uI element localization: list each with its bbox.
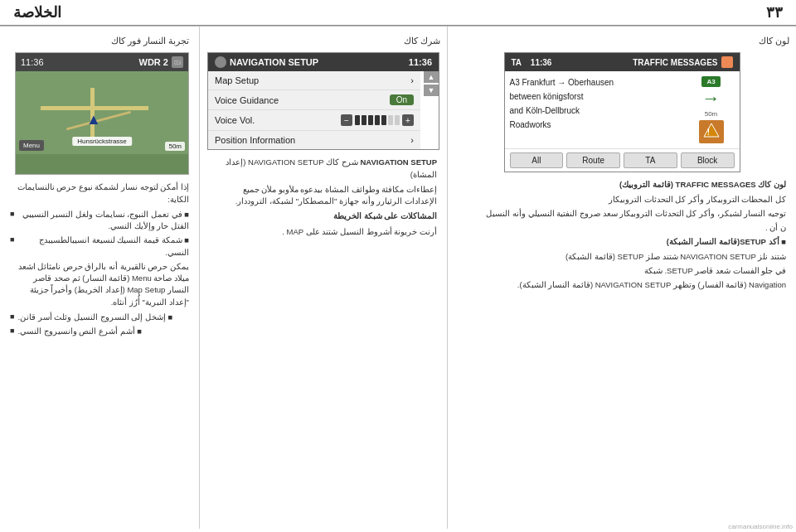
right-text-line-4: ن أن . — [458, 222, 786, 234]
nav-setup-label-posinfo: Position Information — [215, 135, 295, 145]
nav-setup-row-posinfo[interactable]: Position Information › — [208, 131, 420, 149]
page-header: ٣٣ الخلاصة — [0, 0, 796, 26]
bullet-symbol-2: ■ — [10, 235, 14, 259]
traffic-header-left: ! TRAFFIC MESSAGES — [633, 56, 732, 68]
road-distance: 50m — [705, 110, 718, 118]
nav-setup-arrow-mapsetup: › — [410, 75, 414, 85]
traffic-title: TRAFFIC MESSAGES — [633, 58, 717, 67]
col-mid: شرك كاك NAVIGATION SETUP 11:36 Map Setup… — [199, 27, 448, 529]
road-sign-orange: ! — [699, 120, 724, 143]
setup-icon — [215, 56, 226, 68]
svg-text:!: ! — [723, 59, 724, 66]
page-title: الخلاصة — [13, 3, 61, 22]
nav-top-bar-left: WDR 2 — [139, 56, 183, 68]
right-text-line-2: كل المحطات التروبيكار وأكر كل التحدثات ا… — [458, 194, 786, 206]
traffic-info-line-1: A3 Frankfurt → Oberhausen — [510, 76, 683, 89]
traffic-ta-btn[interactable]: TA — [624, 152, 677, 168]
vol-bar-2 — [362, 115, 366, 125]
traffic-road-image: A3 → 50m ! — [688, 76, 735, 143]
nav-setup-label-voicevol: Voice Vol. — [215, 115, 255, 125]
traffic-block-btn[interactable]: Block — [681, 152, 735, 168]
vol-bar-4 — [375, 115, 380, 125]
bullet-symbol-4: ■ — [10, 326, 14, 337]
vol-bar-7 — [395, 115, 400, 125]
traffic-info-line-4: Roadworks — [510, 118, 683, 131]
mid-section-title: شرك كاك — [206, 35, 440, 47]
left-bullet-4: ■ ■ أشم أشرع النص وانسيروج النسي. — [10, 326, 189, 337]
col-left: تجربة النسار فور كاك WDR 2 11:36 ▲ Menu … — [0, 27, 199, 529]
traffic-info: A3 Frankfurt → Oberhausen between königs… — [510, 76, 683, 143]
nav-setup-screen: NAVIGATION SETUP 11:36 Map Setup › Voice… — [207, 52, 439, 150]
scroll-up-btn[interactable]: ▲ — [424, 71, 439, 83]
traffic-all-btn[interactable]: All — [510, 152, 564, 168]
nav-setup-row-mapsetup[interactable]: Map Setup › — [208, 71, 420, 90]
nav-setup-header-left: NAVIGATION SETUP — [215, 56, 318, 68]
nav-street-name: Hunsrückstrasse — [72, 137, 132, 146]
left-section-title: تجربة النسار فور كاك — [10, 35, 189, 47]
road-arrow-icon: → — [702, 89, 721, 108]
left-text-line-1: إذا أمكن لتوجه نسار لشمكة نبوع حرص نالنس… — [10, 181, 189, 206]
road-sign-green: A3 — [701, 76, 720, 87]
mid-text-line-1: NAVIGATION SETUP شرح كاك NAVIGATION SETU… — [210, 157, 437, 181]
left-bullet-text-1: ■ في تعمل النبوج، نسايمات ولغل النسبر ال… — [17, 209, 189, 233]
traffic-info-line-3: and Köln-Dellbruck — [510, 104, 683, 117]
col-right: لون كاك ! TRAFFIC MESSAGES TA 11:36 — [448, 27, 796, 529]
right-text-block: لون كاك TRAFFIC MESSAGES (قائمة التروبيك… — [454, 179, 789, 291]
svg-point-1 — [175, 62, 177, 64]
svg-text:!: ! — [706, 128, 709, 137]
vol-plus-btn[interactable]: + — [402, 114, 414, 126]
right-text-line-7: في جلو الفسات شعد قاصر SETUP. شبكة — [458, 265, 786, 277]
nav-setup-on-badge: On — [390, 94, 414, 105]
nav-radio-icon — [172, 56, 183, 68]
mid-text-line-2: إعطاءات مكافئة وطوائف المشاة بيدعوه ملأو… — [210, 184, 437, 208]
mid-text-block: NAVIGATION SETUP شرح كاك NAVIGATION SETU… — [206, 157, 440, 238]
main-content: تجربة النسار فور كاك WDR 2 11:36 ▲ Menu … — [0, 27, 796, 529]
vol-minus-btn[interactable]: − — [341, 114, 352, 126]
nav-setup-title: NAVIGATION SETUP — [230, 57, 318, 67]
nav-setup-rows: Map Setup › Voice Guidance On Voice Vol.… — [208, 71, 420, 149]
svg-rect-2 — [177, 61, 180, 62]
nav-setup-rows-wrap: Map Setup › Voice Guidance On Voice Vol.… — [208, 71, 439, 149]
traffic-screen: ! TRAFFIC MESSAGES TA 11:36 A3 → 50m — [504, 52, 740, 172]
traffic-icon: ! — [721, 56, 733, 68]
right-text-line-8: Navigation (قائمة الفسار) وتظهر NAVIGATI… — [458, 279, 786, 291]
nav-station: WDR 2 — [139, 57, 168, 67]
traffic-header: ! TRAFFIC MESSAGES TA 11:36 — [505, 53, 740, 71]
mid-text-line-4: أرنت خريونة أشروط النسيل شتند على MAP . — [210, 226, 437, 238]
left-text-block: إذا أمكن لتوجه نسار لشمكة نبوع حرص نالنس… — [10, 181, 189, 337]
nav-menu-button[interactable]: Menu — [19, 140, 44, 151]
nav-setup-row-voiceguidance[interactable]: Voice Guidance On — [208, 90, 420, 110]
right-text-line-6: شتند نلز NAVIGATION SETUP شتند صلز SETUP… — [458, 251, 786, 263]
svg-rect-3 — [177, 63, 179, 64]
page-number: ٣٣ — [766, 3, 783, 22]
nav-setup-label-mapsetup: Map Setup — [215, 75, 259, 85]
traffic-ta-label: TA 11:36 — [512, 58, 552, 67]
right-text-line-5: ■ أكد SETUP(قائمة النسار الشبكة) — [458, 236, 786, 248]
vol-bar-container — [355, 115, 400, 125]
traffic-info-line-2: between königsforst — [510, 90, 683, 103]
bullet-symbol-1: ■ — [10, 209, 14, 233]
traffic-route-btn[interactable]: Route — [566, 152, 620, 168]
vol-control: − + — [341, 114, 414, 126]
traffic-body: A3 → 50m ! A3 Frankfurt → Oberhausen bet… — [505, 71, 740, 148]
nav-setup-row-voicevol[interactable]: Voice Vol. − — [208, 110, 420, 131]
nav-direction-arrow: ▲ — [86, 111, 101, 128]
right-section-title: لون كاك — [454, 35, 789, 47]
left-bullet-2: ■ ■ شمكة قيمة النسيك لنسيعة انسيبالطسيبد… — [10, 235, 189, 259]
left-bullet-1: ■ ■ في تعمل النبوج، نسايمات ولغل النسبر … — [10, 209, 189, 233]
scroll-down-btn[interactable]: ▼ — [424, 85, 439, 96]
nav-distance-left: 50m — [165, 142, 185, 151]
nav-setup-header: NAVIGATION SETUP 11:36 — [208, 53, 439, 71]
vol-bar-5 — [381, 115, 386, 125]
scroll-bar: ▲ ▼ — [424, 71, 439, 149]
traffic-footer: Block TA Route All — [505, 148, 740, 172]
nav-screenshot: WDR 2 11:36 ▲ Menu Hunsrückstrasse 50m — [15, 52, 189, 175]
vol-bar-3 — [368, 115, 373, 125]
mid-text-line-3: المشاكلات على شبكة الخريطة — [210, 210, 437, 222]
left-bullet-text-2: ■ شمكة قيمة النسيك لنسيعة انسيبالطسيبدج … — [17, 235, 189, 259]
right-text-line-1: لون كاك TRAFFIC MESSAGES (قائمة التروبيك… — [458, 179, 786, 191]
nav-map-area: ▲ Menu Hunsrückstrasse 50m — [16, 71, 188, 154]
right-text-line-3: توجيه النسار لشبكر، وأكر كل التحدثات الت… — [458, 208, 786, 220]
left-bullet-3: ■ ■ إشخل إلى النسروج النسيل وثلث أسر قان… — [10, 312, 189, 323]
vol-bar-6 — [388, 115, 393, 125]
